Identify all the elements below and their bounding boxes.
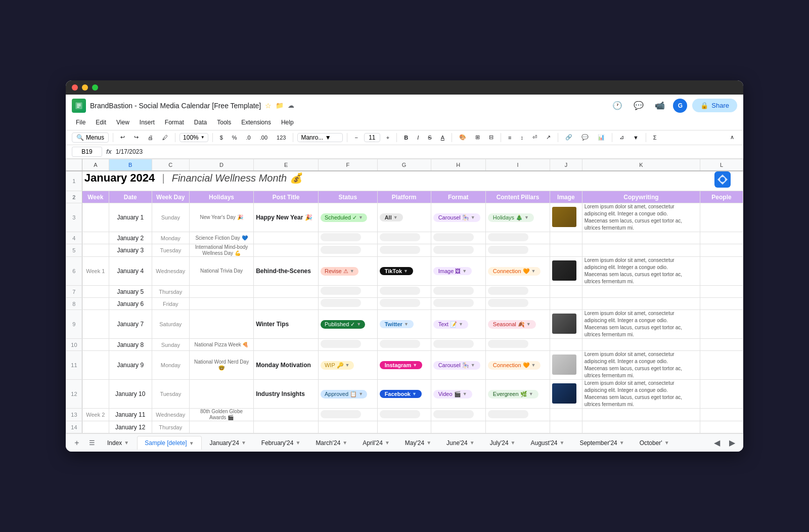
col-I[interactable]: I <box>485 159 550 171</box>
pillar-cell[interactable]: Connection 🧡 ▼ <box>485 257 550 286</box>
platform-cell[interactable]: Twitter ▼ <box>377 310 431 339</box>
wrap-btn[interactable]: ⏎ <box>529 132 540 142</box>
tab-may24[interactable]: May'24 ▼ <box>398 436 438 450</box>
pillar-cell[interactable]: Connection 🧡 ▼ <box>485 351 550 380</box>
format-badge[interactable]: Carousel 🎠 ▼ <box>433 213 480 222</box>
undo-btn[interactable]: ↩ <box>117 132 128 142</box>
menu-view[interactable]: View <box>112 118 133 127</box>
pillar-badge[interactable]: Evergreen 🌿 ▼ <box>488 390 538 398</box>
platform-cell[interactable]: All ▼ <box>377 203 431 232</box>
platform-badge[interactable]: Instagram ▼ <box>380 361 423 369</box>
tab-june24[interactable]: June'24 ▼ <box>439 436 482 450</box>
date-cell[interactable]: January 11 <box>109 409 152 421</box>
post-title-cell[interactable]: Happy New Year 🎉 <box>254 203 319 232</box>
format-badge[interactable]: Carousel 🎠 ▼ <box>433 361 480 370</box>
tab-october[interactable]: October' ▼ <box>633 436 677 450</box>
date-cell[interactable]: January 7 <box>109 310 152 339</box>
maximize-dot[interactable] <box>92 84 98 91</box>
menu-data[interactable]: Data <box>190 118 211 127</box>
menu-tools[interactable]: Tools <box>213 118 235 127</box>
border-btn[interactable]: ⊞ <box>472 132 483 142</box>
post-title-cell[interactable]: Monday Motivation <box>254 351 319 380</box>
sum-btn[interactable]: Σ <box>650 133 660 142</box>
next-sheets-btn[interactable]: ▶ <box>725 436 739 450</box>
format-cell[interactable]: Image 🖼 ▼ <box>431 257 485 286</box>
date-cell[interactable]: January 6 <box>109 298 152 310</box>
platform-cell[interactable]: Instagram ▼ <box>377 351 431 380</box>
col-D[interactable]: D <box>189 159 253 171</box>
comment-btn[interactable]: 💬 <box>578 132 592 142</box>
star-icon[interactable]: ☆ <box>265 102 272 110</box>
status-badge[interactable]: Published ✓ ▼ <box>321 320 365 329</box>
format-cell[interactable]: Carousel 🎠 ▼ <box>431 203 485 232</box>
bold-btn[interactable]: B <box>401 133 411 142</box>
decimal-dec-btn[interactable]: .0 <box>243 133 254 142</box>
date-cell[interactable]: January 8 <box>109 339 152 351</box>
italic-btn[interactable]: I <box>414 133 422 142</box>
platform-badge[interactable]: Twitter ▼ <box>380 320 414 328</box>
tab-july24[interactable]: July'24 ▼ <box>483 436 523 450</box>
percent-btn[interactable]: % <box>229 133 240 142</box>
zoom-control[interactable]: 100% ▼ <box>179 133 208 142</box>
decimal-inc-btn[interactable]: .00 <box>257 133 271 142</box>
date-cell[interactable]: January 10 <box>109 380 152 409</box>
chart-btn[interactable]: 📊 <box>595 132 608 142</box>
valign-btn[interactable]: ↕ <box>517 133 526 142</box>
col-J[interactable]: J <box>550 159 582 171</box>
underline-btn[interactable]: A <box>438 133 447 142</box>
share-button[interactable]: 🔒 Share <box>692 99 737 112</box>
tab-january24[interactable]: January'24 ▼ <box>203 436 253 450</box>
platform-cell[interactable]: TikTok ▼ <box>377 257 431 286</box>
post-title-cell[interactable]: Winter Tips <box>254 310 319 339</box>
cell-reference[interactable]: B19 <box>72 147 102 157</box>
pillar-badge[interactable]: Holidays 🎄 ▼ <box>488 213 534 222</box>
expand-toolbar-btn[interactable]: ∧ <box>727 132 737 142</box>
platform-badge[interactable]: TikTok ▼ <box>380 267 413 275</box>
date-cell[interactable]: January 2 <box>109 232 152 244</box>
format-cell[interactable]: Carousel 🎠 ▼ <box>431 351 485 380</box>
status-badge[interactable]: WIP 🔑 ▼ <box>321 361 354 370</box>
pillar-cell[interactable]: Evergreen 🌿 ▼ <box>485 380 550 409</box>
history-icon[interactable]: 🕐 <box>609 98 625 114</box>
pillar-cell[interactable]: Seasonal 🍂 ▼ <box>485 310 550 339</box>
tab-sample[interactable]: Sample [delete] ▼ <box>137 436 201 450</box>
close-dot[interactable] <box>72 84 78 91</box>
strike-btn[interactable]: S <box>425 133 434 142</box>
platform-cell[interactable]: Facebook ▼ <box>377 380 431 409</box>
post-title-cell[interactable]: Behind-the-Scenes <box>254 257 319 286</box>
formula-content[interactable]: 1/17/2023 <box>116 148 737 155</box>
format-cell[interactable]: Text 📝 ▼ <box>431 310 485 339</box>
col-F[interactable]: F <box>318 159 377 171</box>
sheets-menu-btn[interactable]: ☰ <box>85 436 99 450</box>
status-badge[interactable]: Revise ⚠ ▼ <box>321 267 358 276</box>
status-cell[interactable]: Approved 📋 ▼ <box>318 380 377 409</box>
platform-badge[interactable]: Facebook ▼ <box>380 390 422 398</box>
paint-format-btn[interactable]: 🖊 <box>159 133 171 142</box>
col-C[interactable]: C <box>152 159 189 171</box>
status-cell[interactable]: Published ✓ ▼ <box>318 310 377 339</box>
menu-help[interactable]: Help <box>277 118 298 127</box>
rotate-btn[interactable]: ↗ <box>543 132 554 142</box>
font-increase-btn[interactable]: + <box>383 133 392 142</box>
status-badge[interactable]: Scheduled ✓ ▼ <box>321 213 367 222</box>
status-cell[interactable]: Scheduled ✓ ▼ <box>318 203 377 232</box>
menu-extensions[interactable]: Extensions <box>237 118 275 127</box>
comment-icon[interactable]: 💬 <box>631 98 647 114</box>
format-badge[interactable]: Image 🖼 ▼ <box>433 267 472 275</box>
pillar-badge[interactable]: Seasonal 🍂 ▼ <box>488 320 536 329</box>
tab-april24[interactable]: April'24 ▼ <box>355 436 397 450</box>
number-format-btn[interactable]: 123 <box>274 133 289 142</box>
post-title-cell[interactable]: Industry Insights <box>254 380 319 409</box>
print-btn[interactable]: 🖨 <box>145 133 156 142</box>
col-K[interactable]: K <box>582 159 700 171</box>
spreadsheet-container[interactable]: A B C D E F G H I J K L 1 <box>66 159 743 434</box>
date-cell[interactable]: January 9 <box>109 351 152 380</box>
format-badge[interactable]: Video 🎬 ▼ <box>433 390 472 398</box>
add-sheet-btn[interactable]: + <box>70 436 84 450</box>
date-cell[interactable]: January 1 <box>109 203 152 232</box>
folder-icon[interactable]: 📁 <box>276 102 284 109</box>
cloud-icon[interactable]: ☁ <box>288 102 294 109</box>
video-icon[interactable]: 📹 <box>652 98 668 114</box>
date-cell[interactable]: January 4 <box>109 257 152 286</box>
align-btn[interactable]: ≡ <box>505 133 514 142</box>
